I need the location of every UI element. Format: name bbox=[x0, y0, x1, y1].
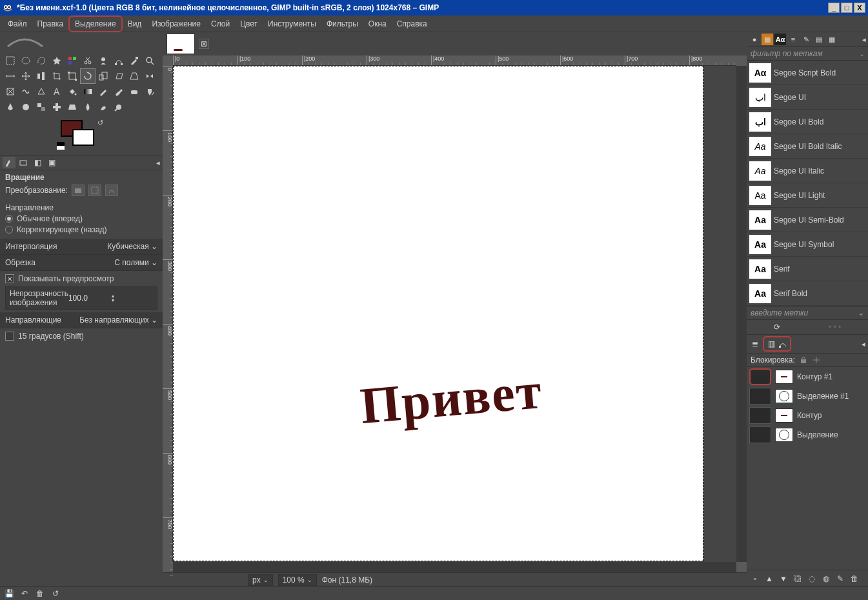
paintbrush-tool[interactable] bbox=[111, 84, 126, 99]
selection-to-path-button[interactable]: ◍ bbox=[820, 573, 832, 585]
path-visibility-toggle[interactable] bbox=[749, 388, 771, 405]
canvas[interactable]: Привет bbox=[173, 66, 703, 561]
bucket-fill-tool[interactable] bbox=[65, 84, 80, 99]
background-color[interactable] bbox=[72, 129, 94, 146]
lock-position-button[interactable] bbox=[812, 355, 821, 365]
perspective-tool[interactable] bbox=[126, 68, 142, 84]
menu-select[interactable]: Выделение bbox=[68, 15, 123, 32]
refresh-fonts-button[interactable]: ⟳ bbox=[774, 323, 780, 332]
tool-options-tab[interactable] bbox=[3, 157, 15, 168]
color-picker-tool[interactable] bbox=[126, 53, 142, 68]
menu-file[interactable]: Файл bbox=[3, 17, 32, 31]
flip-tool[interactable] bbox=[142, 68, 157, 84]
spinner-icon[interactable]: ▴▾ bbox=[112, 294, 153, 303]
path-item[interactable]: Контур #1 bbox=[747, 367, 868, 386]
path-visibility-toggle[interactable] bbox=[749, 368, 771, 385]
font-tags-input[interactable]: введите метки ⌄ bbox=[747, 306, 868, 319]
tool-options-menu-icon[interactable]: ◂ bbox=[156, 159, 160, 167]
maximize-button[interactable]: □ bbox=[841, 3, 853, 13]
lower-path-button[interactable]: ▼ bbox=[778, 573, 789, 585]
smudge-tool[interactable] bbox=[96, 99, 111, 115]
zoom-select[interactable]: 100 %⌄ bbox=[278, 574, 317, 586]
font-item[interactable]: AaSegoe UI Light bbox=[747, 183, 868, 208]
menu-tools[interactable]: Инструменты bbox=[263, 17, 321, 31]
font-list[interactable]: AαSegoe Script BoldابSegoe UIابSegoe UI … bbox=[747, 61, 868, 306]
unified-transform-tool[interactable] bbox=[65, 68, 80, 84]
canvas-viewport[interactable]: Привет bbox=[173, 66, 736, 562]
menu-view[interactable]: Вид bbox=[123, 17, 147, 31]
menu-colors[interactable]: Цвет bbox=[235, 17, 263, 31]
scissors-tool[interactable] bbox=[80, 53, 96, 68]
rotate-tool[interactable] bbox=[80, 68, 96, 84]
lock-content-button[interactable] bbox=[799, 355, 808, 365]
paint-dynamics-tab[interactable]: ✎ bbox=[800, 34, 812, 45]
dock-menu-icon[interactable]: ◂ bbox=[862, 35, 866, 44]
ink-tool[interactable] bbox=[3, 99, 18, 115]
delete-preset-button[interactable]: 🗑 bbox=[34, 588, 46, 599]
pencil-tool[interactable] bbox=[96, 84, 111, 99]
font-grip-icon[interactable]: • • • bbox=[829, 323, 841, 332]
path-item[interactable]: Выделение bbox=[747, 425, 868, 445]
swap-colors-icon[interactable]: ↺ bbox=[97, 119, 103, 127]
channels-tab[interactable]: ▥ bbox=[765, 338, 777, 350]
color-select-tool[interactable] bbox=[65, 53, 80, 68]
ellipse-select-tool[interactable] bbox=[18, 53, 34, 68]
airbrush-tool[interactable] bbox=[142, 84, 157, 99]
mypaint-tool[interactable] bbox=[18, 99, 34, 115]
image-tab-thumbnail[interactable] bbox=[167, 34, 195, 54]
blur-tool[interactable] bbox=[80, 99, 96, 115]
shear-tool[interactable] bbox=[111, 68, 126, 84]
minimize-button[interactable]: _ bbox=[828, 3, 840, 13]
stroke-path-button[interactable]: ✎ bbox=[834, 573, 846, 585]
vertical-scrollbar[interactable] bbox=[736, 66, 747, 562]
path-visibility-toggle[interactable] bbox=[749, 407, 771, 424]
path-to-selection-button[interactable]: ◌ bbox=[806, 573, 818, 585]
delete-path-button[interactable]: 🗑 bbox=[849, 573, 860, 585]
menu-image[interactable]: Изображение bbox=[146, 17, 206, 31]
history-tab[interactable]: ≡ bbox=[787, 34, 799, 45]
font-item[interactable]: ابSegoe UI bbox=[747, 85, 868, 110]
fuzzy-select-tool[interactable] bbox=[49, 53, 65, 68]
gradients-tab[interactable]: ▤ bbox=[813, 34, 825, 45]
gradient-tool[interactable] bbox=[80, 84, 96, 99]
path-visibility-toggle[interactable] bbox=[749, 426, 771, 443]
restore-preset-button[interactable]: ↶ bbox=[18, 588, 31, 599]
menu-help[interactable]: Справка bbox=[392, 17, 432, 31]
paths-tab[interactable] bbox=[777, 338, 789, 350]
images-tab[interactable]: ▣ bbox=[45, 157, 58, 168]
horizontal-scrollbar[interactable] bbox=[173, 562, 736, 572]
font-item[interactable]: AaSegoe UI Semi-Bold bbox=[747, 208, 868, 232]
font-item[interactable]: AaSerif Bold bbox=[747, 281, 868, 306]
font-item[interactable]: ابSegoe UI Bold bbox=[747, 110, 868, 134]
direction-normal-radio[interactable] bbox=[5, 215, 13, 223]
close-button[interactable]: X bbox=[854, 3, 865, 13]
guides-select[interactable]: Направляющие Без направляющих ⌄ bbox=[0, 312, 163, 328]
image-opacity-field[interactable]: Непрозрачность изображения 100.0 ▴▾ bbox=[5, 286, 157, 310]
menu-filters[interactable]: Фильтры bbox=[321, 17, 363, 31]
menu-windows[interactable]: Окна bbox=[363, 17, 392, 31]
fonts-tab[interactable]: Aα bbox=[774, 34, 786, 45]
zoom-tool[interactable] bbox=[142, 53, 157, 68]
clone-tool[interactable] bbox=[34, 99, 49, 115]
crop-tool[interactable] bbox=[49, 68, 65, 84]
undo-history-tab[interactable]: ◧ bbox=[31, 157, 44, 168]
interpolation-select[interactable]: Интерполяция Кубическая ⌄ bbox=[0, 239, 163, 255]
font-item[interactable]: AaSegoe UI Italic bbox=[747, 159, 868, 183]
cage-tool[interactable] bbox=[3, 84, 18, 99]
quick-nav-icon[interactable] bbox=[736, 562, 747, 572]
default-colors-icon[interactable] bbox=[57, 142, 65, 150]
color-swatches[interactable]: ↺ bbox=[61, 120, 99, 150]
move-tool[interactable] bbox=[18, 68, 34, 84]
free-select-tool[interactable] bbox=[34, 53, 49, 68]
path-item[interactable]: Выделение #1 bbox=[747, 386, 868, 406]
unit-select[interactable]: px⌄ bbox=[248, 574, 273, 586]
image-tab-close-button[interactable]: ⊠ bbox=[199, 39, 209, 49]
palettes-tab[interactable]: ▦ bbox=[826, 34, 838, 45]
text-tool[interactable]: A bbox=[49, 84, 65, 99]
scale-tool[interactable] bbox=[96, 68, 111, 84]
menu-layer[interactable]: Слой bbox=[206, 17, 235, 31]
path-item[interactable]: Контур bbox=[747, 406, 868, 425]
eraser-tool[interactable] bbox=[126, 84, 142, 99]
handle-transform-tool[interactable] bbox=[34, 84, 49, 99]
layers-tab[interactable]: ≣ bbox=[749, 338, 761, 350]
